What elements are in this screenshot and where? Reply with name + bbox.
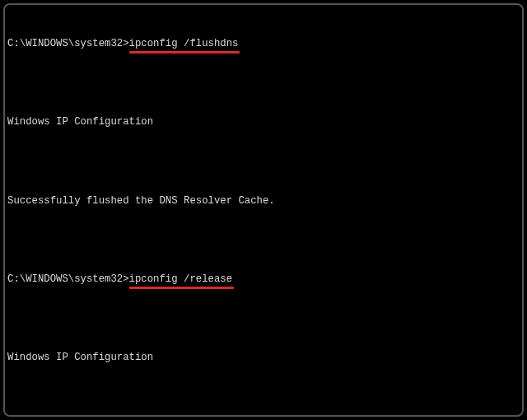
prompt: C:\WINDOWS\system32>: [7, 38, 129, 49]
prompt: C:\WINDOWS\system32>: [7, 273, 129, 285]
ip-config-header: Windows IP Configuration: [7, 351, 520, 365]
output-flushdns: Successfully flushed the DNS Resolver Ca…: [7, 194, 520, 208]
ip-config-header: Windows IP Configuration: [7, 115, 520, 129]
command-flushdns: ipconfig /flushdns: [129, 37, 239, 51]
command-release: ipconfig /release: [129, 273, 232, 287]
prompt-line-flushdns: C:\WINDOWS\system32>ipconfig /flushdns: [7, 37, 520, 51]
terminal-frame: C:\WINDOWS\system32>ipconfig /flushdns W…: [3, 3, 524, 417]
prompt-line-release: C:\WINDOWS\system32>ipconfig /release: [7, 273, 520, 287]
terminal-output[interactable]: C:\WINDOWS\system32>ipconfig /flushdns W…: [7, 10, 520, 417]
